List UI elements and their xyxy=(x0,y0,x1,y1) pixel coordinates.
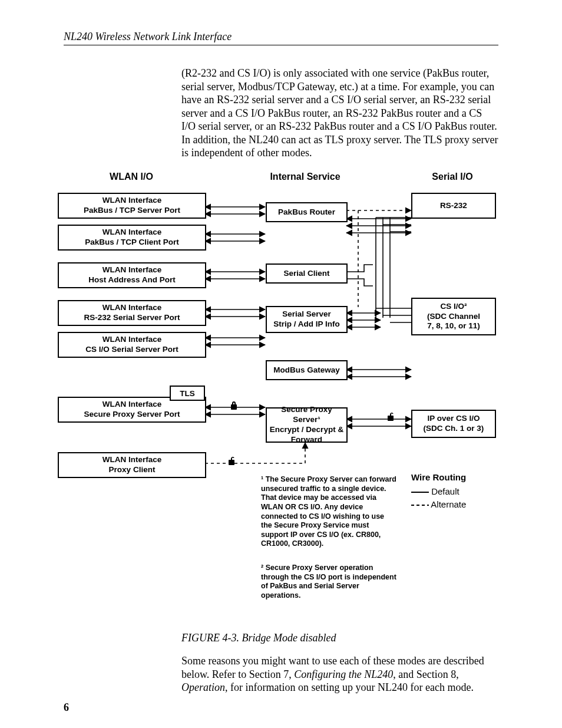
box-modbus-gateway: ModBus Gateway xyxy=(266,360,348,380)
legend-alternate: Alternate xyxy=(411,499,466,509)
box-wlan-host-addr: WLAN Interface Host Address And Port xyxy=(58,262,206,288)
body-paragraph-1: (R2-232 and CS I/O) is only associated w… xyxy=(181,67,498,160)
box-ip-over-csio: IP over CS I/O (SDC Ch. 1 or 3) xyxy=(411,410,496,438)
legend-title: Wire Routing xyxy=(411,472,466,482)
line: WLAN Interface xyxy=(103,455,162,465)
line: PakBus / TCP Client Port xyxy=(85,238,179,248)
box-wlan-proxy-client: WLAN Interface Proxy Client xyxy=(58,452,206,478)
col-head-internal: Internal Service xyxy=(270,172,340,182)
open-lock-icon xyxy=(227,456,236,466)
line: IP over CS I/O xyxy=(427,414,480,424)
line: Secure Proxy Server¹ xyxy=(267,405,346,425)
box-serial-client: Serial Client xyxy=(266,263,348,284)
box-wlan-csio-server: WLAN Interface CS I/O Serial Server Port xyxy=(58,332,206,358)
legend-alternate-label: Alternate xyxy=(431,499,466,509)
box-wlan-pakbus-server: WLAN Interface PakBus / TCP Server Port xyxy=(58,193,206,219)
line: PakBus / TCP Server Port xyxy=(84,206,180,216)
page-number: 6 xyxy=(64,701,69,714)
line: Proxy Client xyxy=(109,465,156,475)
line: Secure Proxy Server Port xyxy=(84,410,180,420)
line: RS-232 Serial Server Port xyxy=(84,313,180,323)
col-head-internal-text: Internal Service xyxy=(270,172,340,182)
line: Serial Server xyxy=(282,309,331,319)
lock-icon xyxy=(230,401,238,410)
line: Host Address And Port xyxy=(88,275,176,285)
body-paragraph-2: Some reasons you might want to use each … xyxy=(181,654,498,694)
box-pakbus-router: PakBus Router xyxy=(266,202,348,222)
col-head-wlan: WLAN I/O xyxy=(87,172,176,182)
line: CS I/O Serial Server Port xyxy=(85,345,178,355)
box-wlan-pakbus-client: WLAN Interface PakBus / TCP Client Port xyxy=(58,225,206,251)
line: (SDC Ch. 1 or 3) xyxy=(424,424,484,434)
line: WLAN Interface xyxy=(103,265,162,275)
line: WLAN Interface xyxy=(103,400,162,410)
line: 7, 8, 10, or 11) xyxy=(427,321,480,331)
header-rule xyxy=(64,45,498,45)
footnote-2: ² Secure Proxy Server operation through … xyxy=(261,564,396,601)
footnote-1: ¹ The Secure Proxy Server can forward un… xyxy=(261,475,396,549)
text: , for information on setting up your NL2… xyxy=(225,681,474,693)
legend-default-label: Default xyxy=(431,486,459,496)
line: Strip / Add IP Info xyxy=(273,319,340,330)
line: WLAN Interface xyxy=(103,196,162,206)
col-head-serial: Serial I/O xyxy=(417,172,488,182)
line: WLAN Interface xyxy=(103,303,162,313)
box-rs232: RS-232 xyxy=(411,193,496,219)
box-wlan-rs232-server: WLAN Interface RS-232 Serial Server Port xyxy=(58,300,206,326)
line: WLAN Interface xyxy=(103,228,162,238)
box-secure-proxy-server: Secure Proxy Server¹ Encrypt / Decrypt &… xyxy=(266,407,348,443)
line: Forward xyxy=(291,435,322,445)
figure-caption: FIGURE 4-3. Bridge Mode disabled xyxy=(181,632,498,644)
text: , and Section 8, xyxy=(393,668,458,680)
running-head: NL240 Wireless Network Link Interface xyxy=(64,31,232,43)
text-italic: Configuring the NL240 xyxy=(294,668,393,680)
open-lock-icon xyxy=(386,412,395,421)
line: WLAN Interface xyxy=(103,335,162,345)
text-italic: Operation xyxy=(181,681,225,693)
line: (SDC Channel xyxy=(427,312,480,322)
box-csio: CS I/O² (SDC Channel 7, 8, 10, or 11) xyxy=(411,298,496,335)
tls-tab: TLS xyxy=(170,386,205,401)
legend-default: Default xyxy=(411,486,459,496)
box-serial-server: Serial Server Strip / Add IP Info xyxy=(266,306,348,333)
line: Encrypt / Decrypt & xyxy=(270,425,343,435)
line: CS I/O² xyxy=(440,302,467,312)
figure-diagram: WLAN I/O Internal Service Serial I/O WLA… xyxy=(58,172,505,620)
